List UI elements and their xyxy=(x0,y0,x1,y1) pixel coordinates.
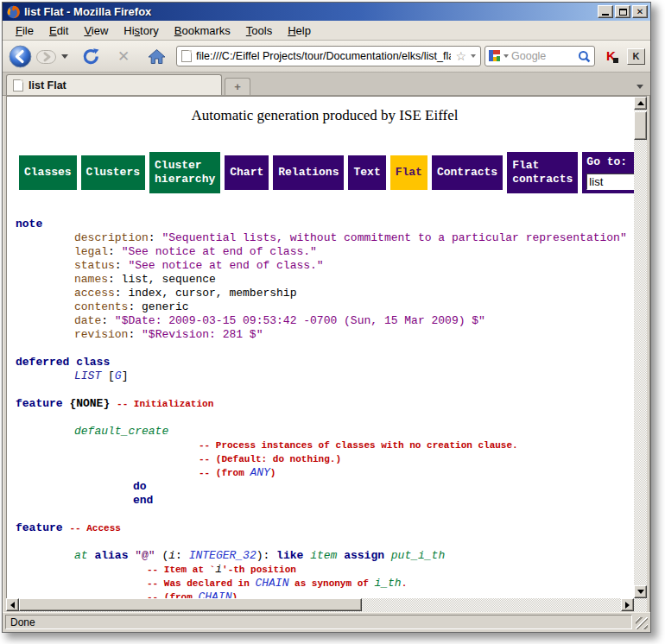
doc-nav-text[interactable]: Text xyxy=(348,155,385,190)
doc-nav-flat[interactable]: Flat xyxy=(390,155,428,190)
new-tab-button[interactable]: + xyxy=(225,78,250,95)
code-link[interactable]: at xyxy=(74,549,88,562)
doc-nav-chart[interactable]: Chart xyxy=(225,155,269,190)
arrow-left-icon xyxy=(10,602,15,609)
browser-body: Automatic generation produced by ISE Eif… xyxy=(6,96,647,612)
code-text: i xyxy=(168,549,175,562)
resize-grip[interactable] xyxy=(636,617,648,629)
firefox-window: list Flat - Mozilla Firefox ✕ FileEditVi… xyxy=(2,2,651,633)
search-input[interactable] xyxy=(511,50,575,62)
kaspersky-icon[interactable]: K xyxy=(604,49,618,63)
back-icon xyxy=(9,45,32,68)
code-text: legal xyxy=(74,245,108,258)
tab-bar: list Flat + xyxy=(3,73,650,96)
code-text: "$Revision: 281 $" xyxy=(142,328,263,341)
code-text: like xyxy=(276,549,303,562)
code-text xyxy=(384,549,391,562)
doc-nav-cluster-hierarchy[interactable]: Clusterhierarchy xyxy=(149,152,220,193)
code-line: -- Item at `i'-th position xyxy=(16,563,634,577)
code-text: revision xyxy=(74,328,128,341)
goto-input[interactable] xyxy=(586,174,634,190)
code-text: i xyxy=(215,563,222,576)
code-link[interactable]: LIST xyxy=(74,369,101,382)
back-history-dropdown[interactable] xyxy=(60,47,69,66)
tab-list-flat[interactable]: list Flat xyxy=(6,74,222,95)
menu-file[interactable]: File xyxy=(8,22,41,39)
code-text: -- (Default: do nothing.) xyxy=(199,454,341,464)
code-line: -- (from ANY) xyxy=(16,466,634,480)
code-line: at alias "@" (i: INTEGER_32): like item … xyxy=(16,549,634,563)
vertical-scrollbar[interactable] xyxy=(634,97,647,598)
arrow-right-icon xyxy=(625,602,630,609)
menu-tools[interactable]: Tools xyxy=(238,22,280,39)
forward-button[interactable] xyxy=(35,47,56,66)
code-text: ) xyxy=(231,592,238,598)
code-text: end xyxy=(133,494,153,507)
code-link[interactable]: put_i_th xyxy=(391,549,445,562)
url-dropdown-icon[interactable] xyxy=(471,54,476,58)
title-bar[interactable]: list Flat - Mozilla Firefox ✕ xyxy=(3,3,650,21)
doc-nav-classes[interactable]: Classes xyxy=(19,155,77,190)
horizontal-scroll-thumb[interactable] xyxy=(19,598,362,611)
search-box[interactable] xyxy=(484,46,595,66)
code-text: -- Item at ` xyxy=(147,565,215,575)
bookmark-star-icon[interactable]: ☆ xyxy=(455,50,466,62)
code-link[interactable]: G xyxy=(115,369,122,382)
doc-nav-flat-contracts[interactable]: Flatcontracts xyxy=(507,152,578,193)
code-text: : xyxy=(101,314,115,327)
code-text: note xyxy=(16,218,42,230)
home-button[interactable] xyxy=(145,46,168,66)
menu-view[interactable]: View xyxy=(76,22,116,39)
all-tabs-dropdown-button[interactable] xyxy=(633,78,647,95)
code-text: : xyxy=(108,245,122,258)
minimize-button[interactable] xyxy=(598,5,613,18)
search-engine-icon[interactable] xyxy=(489,50,501,62)
k-toolbar-button[interactable]: K xyxy=(627,48,645,65)
code-link[interactable]: INTEGER_32 xyxy=(189,549,256,562)
search-engine-dropdown-icon[interactable] xyxy=(504,54,509,58)
code-link[interactable]: item xyxy=(310,549,337,562)
stop-icon: ✕ xyxy=(117,49,130,64)
code-line: date: "$Date: 2009-03-15 09:53:42 -0700 … xyxy=(16,314,634,328)
scroll-down-button[interactable] xyxy=(634,585,647,598)
code-line: status: "See notice at end of class." xyxy=(16,259,634,273)
menu-edit[interactable]: Edit xyxy=(41,22,76,39)
code-text: : xyxy=(149,231,162,244)
code-line: feature {NONE} -- Initialization xyxy=(16,397,634,411)
scroll-right-button[interactable] xyxy=(621,598,634,611)
code-link[interactable]: default_create xyxy=(74,425,168,438)
vertical-scroll-thumb[interactable] xyxy=(634,111,647,140)
code-link[interactable]: CHAIN xyxy=(255,577,288,590)
status-text: Done xyxy=(10,616,35,628)
url-bar[interactable]: file:///C:/Eiffel Projects/tour/Document… xyxy=(176,46,481,66)
code-link[interactable]: i_th xyxy=(374,577,401,590)
code-line xyxy=(16,411,634,425)
url-text[interactable]: file:///C:/Eiffel Projects/tour/Document… xyxy=(196,50,451,62)
close-button[interactable]: ✕ xyxy=(632,5,648,18)
code-text: -- Process instances of classes with no … xyxy=(199,440,518,451)
code-text xyxy=(303,549,310,562)
page-content: Automatic generation produced by ISE Eif… xyxy=(7,97,634,598)
doc-nav-clusters[interactable]: Clusters xyxy=(81,155,145,190)
scroll-up-button[interactable] xyxy=(634,97,647,110)
menu-help[interactable]: Help xyxy=(280,22,319,39)
doc-nav-relations[interactable]: Relations xyxy=(273,155,344,190)
menu-history[interactable]: History xyxy=(116,22,166,39)
reload-button[interactable] xyxy=(79,46,102,66)
back-button[interactable] xyxy=(8,44,32,68)
code-text: "Sequential lists, without commitment to… xyxy=(162,231,626,244)
menu-bookmarks[interactable]: Bookmarks xyxy=(167,22,238,39)
horizontal-scroll-track[interactable] xyxy=(19,598,621,612)
maximize-button[interactable] xyxy=(615,5,630,18)
scroll-left-button[interactable] xyxy=(6,598,19,611)
vertical-scroll-track[interactable] xyxy=(634,110,647,585)
stop-button[interactable]: ✕ xyxy=(112,46,135,66)
code-text: status xyxy=(74,259,115,272)
horizontal-scrollbar[interactable] xyxy=(6,598,634,612)
tab-page-icon xyxy=(13,79,23,92)
code-text: '-th position xyxy=(222,565,296,575)
code-link[interactable]: ANY xyxy=(250,466,269,479)
code-link[interactable]: CHAIN xyxy=(198,590,231,598)
search-go-icon[interactable] xyxy=(578,50,591,63)
doc-nav-contracts[interactable]: Contracts xyxy=(432,155,503,190)
